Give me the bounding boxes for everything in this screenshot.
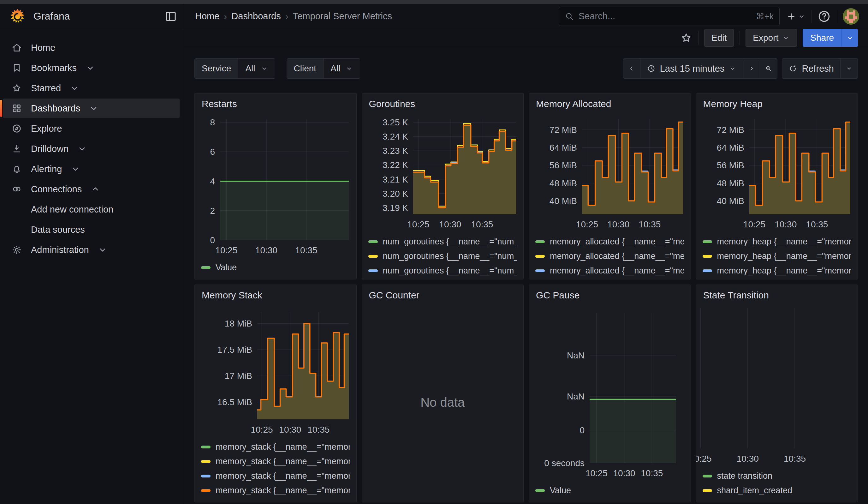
chart-restarts[interactable]: 10:2510:3010:3586420: [195, 111, 356, 258]
grafana-logo-icon[interactable]: [9, 8, 26, 25]
sidebar-item-starred[interactable]: Starred: [3, 78, 179, 98]
chevron-down-icon: [260, 65, 268, 72]
time-range-button[interactable]: Last 15 minutes: [640, 59, 743, 78]
svg-text:10:35: 10:35: [784, 454, 806, 464]
legend-swatch: [201, 266, 210, 269]
legend-item[interactable]: memory_allocated {__name__="memory_alloc…: [535, 278, 684, 279]
chart-gc-counter[interactable]: No data: [362, 302, 524, 502]
sidebar-item-home[interactable]: Home: [3, 38, 179, 58]
sidebar-item-drilldown[interactable]: Drilldown: [3, 139, 179, 158]
svg-text:10:25: 10:25: [743, 219, 765, 229]
legend-item[interactable]: memory_allocated {__name__="memory_alloc…: [535, 263, 684, 278]
sidebar-item-explore[interactable]: Explore: [3, 119, 179, 138]
dashboard-controls-row: ServiceAllClientAll Last 15 minutes: [194, 59, 858, 79]
breadcrumb-separator: ›: [224, 11, 227, 22]
edit-button-label: Edit: [711, 33, 726, 43]
chevron-down-icon: [846, 64, 852, 73]
breadcrumb-item[interactable]: Home: [195, 11, 219, 21]
panel-title[interactable]: GC Counter: [362, 285, 524, 302]
legend-item[interactable]: memory_heap {__name__="memory_heap": [703, 249, 851, 263]
legend-item[interactable]: num_goroutines {__name__="num_goroutines…: [368, 249, 517, 263]
export-button[interactable]: Export: [745, 29, 797, 47]
chart-gc-pause[interactable]: 10:2510:3010:35NaNNaN00 seconds: [529, 302, 691, 481]
legend-item[interactable]: Value: [201, 260, 350, 275]
svg-text:2: 2: [210, 206, 215, 216]
panel-title[interactable]: Memory Stack: [195, 285, 356, 302]
edit-button[interactable]: Edit: [704, 29, 734, 47]
breadcrumb-item[interactable]: Dashboards: [231, 11, 281, 21]
chevron-left-icon: [628, 64, 635, 73]
panel-title[interactable]: Restarts: [195, 93, 356, 111]
chevron-down-icon: [729, 65, 736, 72]
share-menu-button[interactable]: [841, 29, 858, 47]
legend-item[interactable]: memory_heap {__name__="memory_heap": [703, 263, 851, 278]
legend-swatch: [368, 240, 378, 243]
panel-title[interactable]: State Transition: [696, 285, 858, 302]
chart-memory-heap[interactable]: 10:2510:3010:3572 MiB64 MiB56 MiB48 MiB4…: [696, 111, 858, 233]
filter-label: Service: [195, 59, 238, 78]
sidebar-item-alerting[interactable]: Alerting: [3, 159, 179, 179]
add-new-button[interactable]: [787, 12, 806, 21]
svg-text:10:30: 10:30: [736, 454, 758, 464]
panel-title[interactable]: Memory Allocated: [529, 93, 691, 111]
svg-text:3.20 K: 3.20 K: [383, 189, 408, 199]
refresh-interval-button[interactable]: [840, 59, 858, 78]
favorite-star-icon[interactable]: [680, 32, 693, 44]
legend-item[interactable]: memory_heap {__name__="memory_heap": [703, 234, 851, 249]
search-shortcut: ⌘+k: [756, 11, 774, 21]
panel-gc-pause: GC Pause 10:2510:3010:35NaNNaN00 seconds…: [529, 285, 691, 502]
sidebar-item-data-sources[interactable]: Data sources: [3, 220, 179, 239]
legend-item[interactable]: memory_stack {__name__="memory_stack": [201, 440, 350, 454]
filter-client[interactable]: ClientAll: [287, 59, 360, 79]
chart-memory-stack[interactable]: 10:2510:3010:3518 MiB17.5 MiB17 MiB16.5 …: [195, 302, 356, 438]
panel-title[interactable]: Memory Heap: [696, 93, 858, 111]
refresh-button[interactable]: Refresh: [782, 59, 840, 78]
legend-item[interactable]: num_goroutines {__name__="num_goroutines…: [368, 234, 517, 249]
legend-item[interactable]: num_goroutines {__name__="num_goroutines…: [368, 263, 517, 278]
legend-item[interactable]: Value: [535, 483, 684, 498]
legend-item[interactable]: memory_stack {__name__="memory_stack": [201, 454, 350, 469]
chart-goroutines[interactable]: 10:2510:3010:353.25 K3.24 K3.23 K3.22 K3…: [362, 111, 524, 233]
svg-text:10:25: 10:25: [407, 219, 429, 229]
sidebar-item-connections[interactable]: Connections: [3, 179, 179, 199]
sidebar-item-bookmarks[interactable]: Bookmarks: [3, 58, 179, 78]
help-icon[interactable]: [817, 10, 831, 23]
legend-item[interactable]: memory_heap {__name__="memory_heap": [703, 278, 851, 279]
sidebar-toggle-icon[interactable]: [164, 10, 177, 23]
zoom-out-icon: [765, 64, 772, 73]
panel-title[interactable]: Goroutines: [362, 93, 524, 111]
legend-label: num_goroutines {__name__="num_goroutines…: [383, 266, 517, 276]
legend-item[interactable]: shard_item_created: [703, 483, 851, 498]
legend-item[interactable]: memory_stack {__name__="memory_stack": [201, 483, 350, 498]
time-shift-forward-button[interactable]: [743, 59, 760, 78]
user-avatar[interactable]: [843, 8, 859, 25]
sidebar-item-dashboards[interactable]: Dashboards: [3, 99, 179, 118]
time-shift-back-button[interactable]: [623, 59, 640, 78]
sidebar-item-administration[interactable]: Administration: [3, 240, 179, 260]
legend-label: memory_stack {__name__="memory_stack": [216, 442, 350, 452]
svg-text:0: 0: [210, 235, 215, 245]
legend-item[interactable]: memory_allocated {__name__="memory_alloc…: [535, 249, 684, 263]
panel-title[interactable]: GC Pause: [529, 285, 691, 302]
zoom-out-button[interactable]: [760, 59, 777, 78]
search-input[interactable]: Search... ⌘+k: [559, 7, 779, 26]
filter-service[interactable]: ServiceAll: [194, 59, 275, 79]
svg-text:10:35: 10:35: [308, 425, 330, 434]
sidebar-item-label: Alerting: [31, 164, 62, 174]
chart-memory-allocated[interactable]: 10:2510:3010:3572 MiB64 MiB56 MiB48 MiB4…: [529, 111, 691, 233]
sidebar-item-label: Dashboards: [31, 103, 80, 114]
svg-text:4: 4: [210, 176, 215, 186]
filter-value-dropdown[interactable]: All: [238, 59, 275, 78]
legend-item[interactable]: memory_stack {__name__="memory_stack": [201, 469, 350, 483]
share-button[interactable]: Share: [803, 29, 841, 47]
legend-swatch: [201, 445, 210, 449]
legend-swatch: [703, 255, 712, 258]
legend-item[interactable]: num_goroutines {__name__="num_goroutines…: [368, 278, 517, 279]
chart-state-transition[interactable]: 10:2510:3010:35: [696, 302, 858, 467]
legend-item[interactable]: memory_allocated {__name__="memory_alloc…: [535, 234, 684, 249]
panel-legend: Value: [529, 481, 691, 502]
legend-item[interactable]: state transition: [703, 469, 851, 483]
filter-value-dropdown[interactable]: All: [323, 59, 360, 78]
sidebar-item-add-new-connection[interactable]: Add new connection: [3, 199, 179, 219]
chevron-down-icon: [70, 164, 81, 174]
